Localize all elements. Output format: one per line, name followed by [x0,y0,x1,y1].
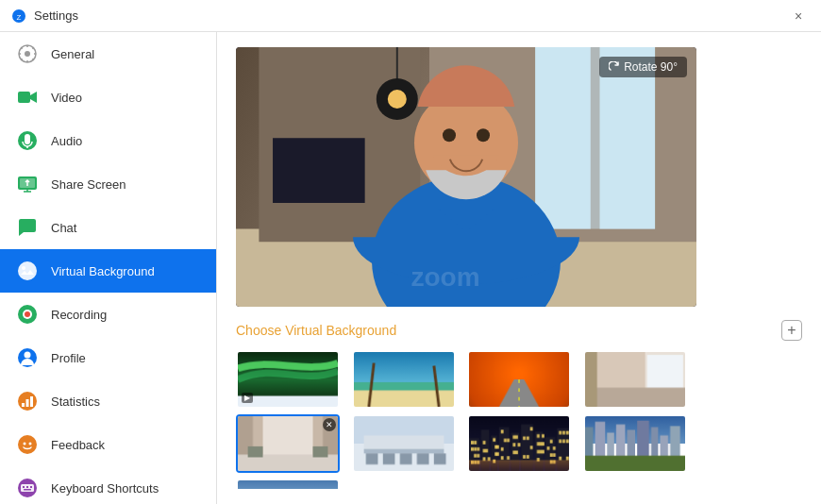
bg-canvas-office [585,352,685,407]
svg-point-3 [25,51,30,57]
sidebar-label-general: General [51,47,94,61]
audio-icon [15,128,40,153]
bg-thumb-interior[interactable]: ✕ nastuh-abootalebi-284879-unsplash [236,414,340,473]
main-panel: Rotate 90° Choose Virtual Background + ▶ [217,32,821,504]
svg-point-9 [18,261,37,280]
svg-rect-19 [30,396,33,407]
sidebar-label-chat: Chat [51,221,76,235]
svg-point-15 [25,352,31,359]
sidebar-item-profile[interactable]: Profile [0,336,216,379]
bg-thumb-landscape[interactable] [236,479,340,489]
section-title: Choose Virtual Background + [236,320,802,341]
recording-icon [15,302,40,327]
video-icon [15,85,40,109]
gear-icon [15,42,40,66]
bg-canvas-beach [354,352,454,407]
sidebar-label-feedback: Feedback [51,438,105,452]
thumb-badge: ▶ [242,393,253,403]
sidebar-item-share-screen[interactable]: Share Screen [0,162,216,206]
keyboard-shortcuts-icon [15,476,40,500]
svg-point-22 [29,443,32,445]
close-button[interactable]: × [787,5,810,27]
sidebar-label-audio: Audio [51,134,82,148]
sidebar-label-recording: Recording [51,308,107,322]
statistics-icon [15,389,40,413]
sidebar-label-share-screen: Share Screen [51,177,126,192]
sidebar-item-feedback[interactable]: Feedback [0,423,216,466]
sidebar-label-virtual-background: Virtual Background [51,264,155,278]
svg-rect-4 [18,92,30,103]
virtual-bg-icon [15,259,40,283]
feedback-icon [15,432,40,457]
title-bar: Z Settings × [0,0,821,32]
bg-thumb-office[interactable] [583,350,687,409]
sidebar-label-statistics: Statistics [51,395,100,409]
svg-rect-26 [26,486,28,488]
sidebar-item-statistics[interactable]: Statistics [0,379,216,423]
app-icon: Z [11,8,26,24]
chat-icon [15,215,40,240]
svg-rect-17 [22,403,25,407]
svg-rect-28 [24,489,31,491]
svg-rect-25 [23,486,25,488]
bg-thumb-aurora[interactable]: ▶ [236,350,340,409]
bg-thumb-meeting[interactable] [352,414,456,473]
rotate-icon [609,61,620,73]
bg-thumb-highway[interactable] [467,350,571,409]
bg-canvas-city-day [585,416,685,471]
backgrounds-grid: ▶ ✕ nastuh-abootalebi-28 [236,350,696,489]
svg-point-10 [22,266,25,270]
sidebar-label-video: Video [51,91,82,105]
sidebar-item-video[interactable]: Video [0,76,216,119]
bg-canvas-landscape [238,480,338,489]
video-canvas [236,47,696,307]
sidebar-item-general[interactable]: General [0,32,216,76]
settings-window: Z Settings × General [0,0,821,504]
add-background-button[interactable]: + [781,320,802,341]
sidebar-item-audio[interactable]: Audio [0,119,216,162]
svg-point-21 [24,443,26,445]
svg-rect-18 [26,399,29,407]
sidebar-item-recording[interactable]: Recording [0,293,216,336]
svg-point-13 [25,311,30,317]
svg-rect-27 [30,486,32,488]
sidebar-item-virtual-background[interactable]: Virtual Background [0,249,216,293]
rotate-button[interactable]: Rotate 90° [599,57,687,77]
sidebar-item-chat[interactable]: Chat [0,206,216,249]
bg-thumb-city-day[interactable] [583,414,687,473]
sidebar-label-keyboard-shortcuts: Keyboard Shortcuts [51,481,159,496]
bg-thumb-city-night[interactable] [467,414,571,473]
bg-thumb-beach[interactable] [352,350,456,409]
profile-icon [15,345,40,370]
bg-canvas-city-night [469,416,569,471]
window-title: Settings [34,8,78,23]
share-screen-icon [15,172,40,196]
sidebar: General Video [0,32,217,504]
title-bar-left: Z Settings [11,8,78,24]
svg-text:Z: Z [17,12,22,21]
content-area: General Video [0,32,821,504]
svg-point-20 [18,435,37,454]
video-preview: Rotate 90° [236,47,696,307]
sidebar-item-keyboard-shortcuts[interactable]: Keyboard Shortcuts [0,466,216,504]
sidebar-label-profile: Profile [51,351,86,365]
bg-canvas-meeting [354,416,454,471]
bg-canvas-highway [469,352,569,407]
thumb-close-button[interactable]: ✕ [323,418,336,431]
